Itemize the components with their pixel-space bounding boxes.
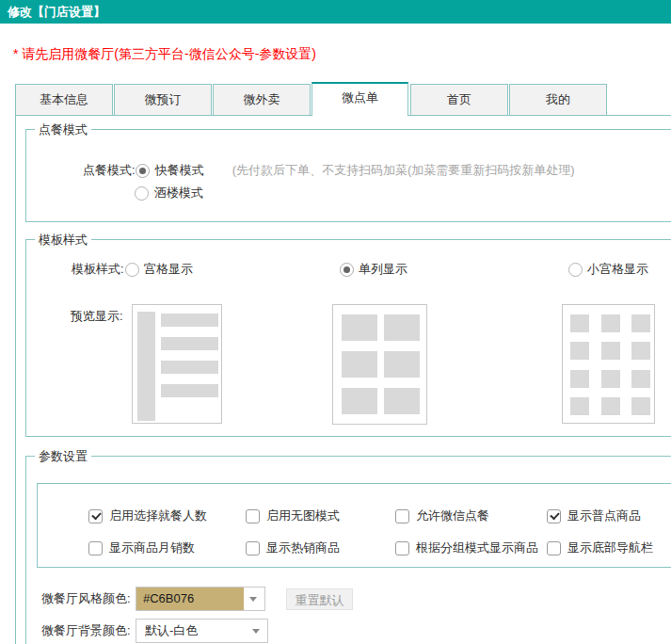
page-title: 修改【门店设置】 (8, 0, 105, 24)
radio-fast-food-mode[interactable] (136, 164, 150, 178)
section-order-mode-legend: 点餐模式 (35, 122, 91, 137)
checkbox-allow-wechat-order[interactable] (395, 509, 409, 523)
checkbox-show-hot-items-label[interactable]: 显示热销商品 (266, 539, 340, 556)
order-mode-label: 点餐模式: (83, 162, 136, 179)
params-checkbox-box: 启用选择就餐人数 启用无图模式 允许微信点餐 显示普点商品 显示商品月销数 显示… (37, 483, 671, 568)
radio-small-grid-display-label[interactable]: 小宫格显示 (587, 261, 648, 278)
style-color-swatch: #C6B076 (136, 588, 244, 610)
tab-basic-info[interactable]: 基本信息 (15, 84, 113, 116)
checkbox-group-mode-display-label[interactable]: 根据分组模式显示商品 (416, 539, 538, 556)
section-order-mode: 点餐模式 点餐模式: 快餐模式 (先付款后下单、不支持扫码加菜(加菜需要重新扫码… (25, 129, 671, 222)
radio-small-grid-display[interactable] (568, 263, 583, 277)
radio-grid-display-label[interactable]: 宫格显示 (144, 261, 193, 278)
checkbox-no-image-mode[interactable] (246, 509, 260, 523)
tab-homepage[interactable]: 首页 (410, 84, 508, 116)
bg-color-select[interactable]: 默认-白色 (136, 619, 268, 643)
checkbox-no-image-mode-label[interactable]: 启用无图模式 (266, 507, 340, 524)
section-params-legend: 参数设置 (35, 449, 91, 463)
radio-restaurant-mode-label[interactable]: 酒楼模式 (154, 185, 203, 201)
style-color-label: 微餐厅风格颜色: (41, 590, 136, 607)
section-params: 参数设置 启用选择就餐人数 启用无图模式 允许微信点餐 显示普点商品 显示商品月… (25, 456, 671, 644)
checkbox-show-monthly-sales-label[interactable]: 显示商品月销数 (109, 539, 195, 556)
checkbox-show-hot-items[interactable] (246, 541, 260, 555)
checkbox-group-mode-display[interactable] (395, 541, 409, 555)
order-mode-hint: (先付款后下单、不支持扫码加菜(加菜需要重新扫码按新单处理) (232, 162, 575, 179)
store-settings-window: 修改【门店设置】 * 请先启用微餐厅(第三方平台-微信公众号-参数设置) 基本信… (0, 0, 671, 644)
tab-mine[interactable]: 我的 (509, 84, 607, 116)
checkbox-show-bottom-nav-label[interactable]: 显示底部导航栏 (567, 539, 653, 556)
section-template-style-legend: 模板样式 (35, 233, 91, 247)
window-title-bar: 修改【门店设置】 (0, 0, 671, 24)
bg-color-label: 微餐厅背景颜色: (41, 622, 136, 639)
style-color-select[interactable]: #C6B076 (136, 587, 265, 611)
template-style-label: 模板样式: (72, 261, 124, 278)
checkbox-show-common-items[interactable] (547, 509, 561, 523)
bg-color-dropdown-arrow-icon[interactable] (252, 629, 260, 634)
radio-grid-display[interactable] (125, 263, 139, 277)
checkbox-show-common-items-label[interactable]: 显示普点商品 (567, 507, 641, 524)
preview-single-column-display (332, 304, 427, 425)
preview-label: 预览显示: (71, 308, 123, 325)
section-template-style: 模板样式 模板样式: 宫格显示 单列显示 小宫格显示 预览显示: (25, 239, 671, 437)
checkbox-enable-diner-count[interactable] (88, 509, 103, 523)
tab-takeout[interactable]: 微外卖 (213, 84, 311, 116)
checkbox-show-bottom-nav[interactable] (547, 541, 561, 555)
reset-default-button[interactable]: 重置默认 (286, 588, 353, 610)
tab-reservation[interactable]: 微预订 (114, 84, 212, 116)
tab-ordering[interactable]: 微点单 (312, 82, 408, 116)
preview-small-grid-display (562, 304, 655, 424)
radio-single-column-display[interactable] (340, 263, 354, 277)
checkbox-enable-diner-count-label[interactable]: 启用选择就餐人数 (109, 507, 207, 524)
style-color-dropdown-arrow-icon[interactable] (249, 597, 257, 602)
checkbox-allow-wechat-order-label[interactable]: 允许微信点餐 (416, 507, 489, 524)
enable-restaurant-warning: * 请先启用微餐厅(第三方平台-微信公众号-参数设置) (13, 47, 316, 61)
radio-fast-food-mode-label[interactable]: 快餐模式 (155, 162, 204, 179)
radio-single-column-display-label[interactable]: 单列显示 (359, 261, 407, 278)
radio-restaurant-mode[interactable] (135, 186, 149, 201)
checkbox-show-monthly-sales[interactable] (88, 541, 103, 555)
preview-grid-display (132, 304, 222, 424)
bg-color-value: 默认-白色 (145, 620, 198, 642)
